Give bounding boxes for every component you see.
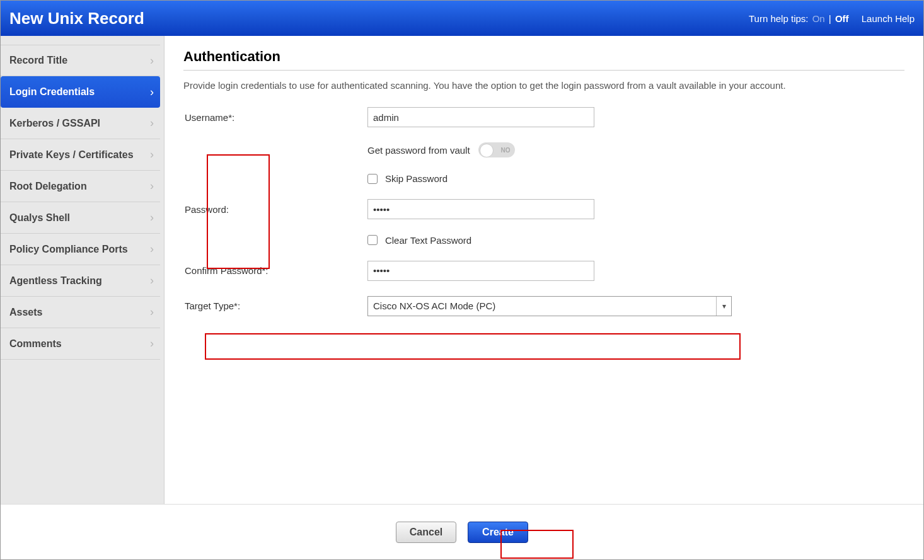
page-description: Provide login credentials to use for aut… bbox=[183, 79, 877, 92]
skip-password-checkbox[interactable] bbox=[367, 174, 378, 184]
confirm-password-label: Confirm Password*: bbox=[183, 265, 367, 276]
cleartext-checkbox[interactable] bbox=[367, 235, 378, 245]
sidebar: Record Title › Login Credentials › Kerbe… bbox=[1, 36, 165, 504]
sidebar-item-label: Comments bbox=[9, 338, 62, 350]
window-title: New Unix Record bbox=[9, 9, 144, 28]
sidebar-item-qualys-shell[interactable]: Qualys Shell › bbox=[1, 202, 160, 234]
target-type-select[interactable]: Cisco NX-OS ACI Mode (PC) ▾ bbox=[367, 296, 732, 316]
sidebar-item-comments[interactable]: Comments › bbox=[1, 328, 160, 360]
sidebar-item-label: Root Delegation bbox=[9, 181, 87, 192]
target-type-label: Target Type*: bbox=[183, 300, 367, 311]
skip-password-label: Skip Password bbox=[385, 173, 448, 184]
create-button[interactable]: Create bbox=[468, 522, 528, 543]
sidebar-item-policy-compliance[interactable]: Policy Compliance Ports › bbox=[1, 234, 160, 265]
chevron-right-icon: › bbox=[150, 306, 154, 319]
confirm-password-input[interactable] bbox=[367, 261, 594, 281]
vault-label: Get password from vault bbox=[367, 145, 470, 156]
help-on-toggle[interactable]: On bbox=[811, 13, 826, 24]
target-type-value: Cisco NX-OS ACI Mode (PC) bbox=[373, 300, 495, 311]
username-label: Username*: bbox=[183, 112, 367, 123]
sidebar-item-assets[interactable]: Assets › bbox=[1, 297, 160, 328]
cancel-button[interactable]: Cancel bbox=[396, 522, 456, 543]
help-off-toggle[interactable]: Off bbox=[834, 13, 850, 24]
sidebar-item-login-credentials[interactable]: Login Credentials › bbox=[1, 76, 160, 108]
sidebar-item-label: Qualys Shell bbox=[9, 212, 70, 224]
chevron-right-icon: › bbox=[150, 337, 154, 350]
toggle-text: NO bbox=[500, 147, 510, 154]
sidebar-item-record-title[interactable]: Record Title › bbox=[1, 45, 160, 76]
sidebar-item-label: Private Keys / Certificates bbox=[9, 149, 134, 161]
sidebar-item-label: Record Title bbox=[9, 55, 67, 66]
sidebar-item-agentless-tracking[interactable]: Agentless Tracking › bbox=[1, 265, 160, 297]
chevron-right-icon: › bbox=[150, 54, 154, 67]
chevron-right-icon: › bbox=[150, 274, 154, 287]
sidebar-item-private-keys[interactable]: Private Keys / Certificates › bbox=[1, 139, 160, 171]
password-input[interactable] bbox=[367, 199, 594, 219]
footer: Cancel Create bbox=[1, 504, 923, 559]
chevron-right-icon: › bbox=[150, 148, 154, 161]
vault-toggle[interactable]: NO bbox=[478, 142, 515, 157]
cleartext-label: Clear Text Password bbox=[385, 235, 471, 246]
sidebar-item-kerberos[interactable]: Kerberos / GSSAPI › bbox=[1, 108, 160, 139]
page-heading: Authentication bbox=[183, 49, 904, 65]
chevron-down-icon: ▾ bbox=[716, 297, 731, 316]
help-controls: Turn help tips: On | Off Launch Help bbox=[749, 13, 915, 24]
launch-help-link[interactable]: Launch Help bbox=[862, 13, 915, 24]
chevron-right-icon: › bbox=[150, 180, 154, 193]
help-tips-label: Turn help tips: bbox=[749, 13, 809, 24]
content-area: Authentication Provide login credentials… bbox=[165, 36, 923, 504]
sidebar-item-label: Policy Compliance Ports bbox=[9, 244, 128, 255]
chevron-right-icon: › bbox=[150, 86, 154, 99]
username-input[interactable] bbox=[367, 107, 594, 127]
password-label: Password: bbox=[183, 204, 367, 215]
chevron-right-icon: › bbox=[150, 243, 154, 256]
chevron-right-icon: › bbox=[150, 117, 154, 130]
sidebar-item-label: Kerberos / GSSAPI bbox=[9, 118, 100, 129]
chevron-right-icon: › bbox=[150, 211, 154, 224]
sidebar-item-root-delegation[interactable]: Root Delegation › bbox=[1, 171, 160, 202]
title-bar: New Unix Record Turn help tips: On | Off… bbox=[1, 1, 923, 36]
sidebar-item-label: Login Credentials bbox=[9, 86, 95, 98]
sidebar-item-label: Agentless Tracking bbox=[9, 275, 102, 287]
divider bbox=[183, 70, 904, 71]
sidebar-item-label: Assets bbox=[9, 307, 42, 318]
